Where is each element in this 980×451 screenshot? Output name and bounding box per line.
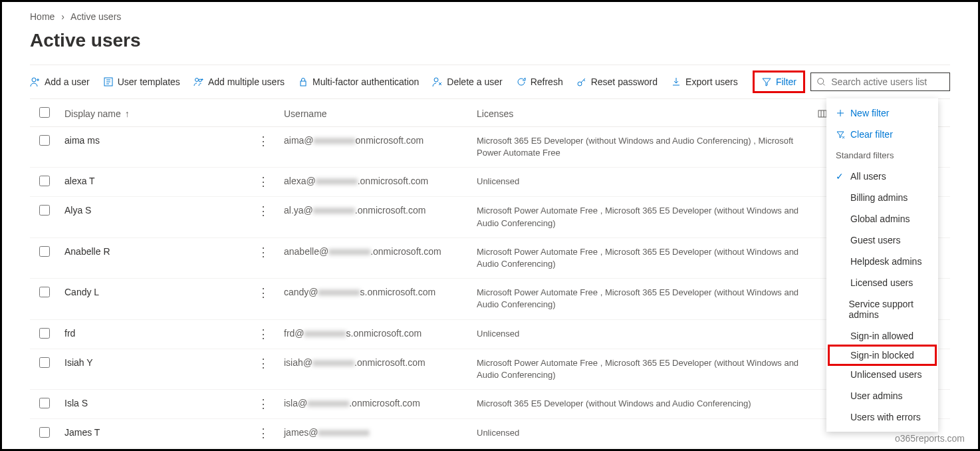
breadcrumb: Home › Active users	[30, 11, 950, 22]
filter-option[interactable]: Billing admins	[826, 187, 938, 208]
filter-option[interactable]: Guest users	[826, 229, 938, 251]
table-row[interactable]: alexa T⋮alexa@xxxxxxxxx.onmicrosoft.comU…	[30, 168, 950, 197]
table-row[interactable]: Alya S⋮al.ya@xxxxxxxxx.onmicrosoft.comMi…	[30, 197, 950, 237]
add-user-button[interactable]: Add a user	[30, 76, 90, 87]
user-templates-button[interactable]: User templates	[103, 76, 180, 87]
more-actions-button[interactable]: ⋮	[257, 327, 269, 341]
new-filter-button[interactable]: New filter	[826, 102, 938, 124]
row-checkbox[interactable]	[39, 287, 50, 297]
page-title: Active users	[30, 30, 950, 51]
sort-asc-icon: ↑	[125, 108, 130, 119]
table-row[interactable]: Candy L⋮candy@xxxxxxxxxs.onmicrosoft.com…	[30, 279, 950, 319]
row-checkbox[interactable]	[39, 398, 50, 408]
licenses-cell: Microsoft 365 E5 Developer (without Wind…	[477, 398, 817, 410]
row-checkbox[interactable]	[39, 246, 50, 257]
username-cell: al.ya@xxxxxxxxx.onmicrosoft.com	[284, 205, 477, 216]
more-actions-button[interactable]: ⋮	[257, 426, 269, 440]
table-row[interactable]: frd⋮frd@xxxxxxxxxs.onmicrosoft.comUnlice…	[30, 320, 950, 349]
filter-option[interactable]: Global admins	[826, 208, 938, 229]
licenses-cell: Microsoft 365 E5 Developer (without Wind…	[477, 135, 817, 159]
more-actions-button[interactable]: ⋮	[257, 175, 269, 188]
delete-user-button[interactable]: Delete a user	[432, 76, 502, 87]
table-row[interactable]: Anabelle R⋮anabelle@xxxxxxxxx.onmicrosof…	[30, 238, 950, 279]
watermark: o365reports.com	[895, 433, 965, 444]
filter-option[interactable]: Helpdesk admins	[826, 251, 938, 272]
row-checkbox[interactable]	[39, 427, 50, 438]
check-icon: ✓	[836, 171, 845, 182]
clear-filter-button[interactable]: Clear filter	[826, 124, 938, 145]
row-checkbox[interactable]	[39, 135, 50, 146]
svg-point-3	[199, 79, 201, 82]
table-row[interactable]: Isiah Y⋮isiah@xxxxxxxxx.onmicrosoft.comM…	[30, 349, 950, 390]
filter-clear-icon	[836, 130, 845, 139]
display-name-cell: Isiah Y	[64, 357, 257, 368]
row-checkbox[interactable]	[39, 357, 50, 368]
people-plus-icon	[193, 76, 204, 87]
col-username[interactable]: Username	[284, 108, 477, 119]
row-checkbox[interactable]	[39, 205, 50, 216]
display-name-cell: Anabelle R	[64, 246, 257, 257]
table-row[interactable]: Johanna K⋮johanna@xxxxxxxxxs.onmicrosoft…	[30, 448, 950, 451]
refresh-icon	[516, 76, 527, 87]
breadcrumb-home[interactable]: Home	[30, 11, 55, 22]
col-display-name[interactable]: Display name↑	[64, 108, 257, 119]
username-cell: anabelle@xxxxxxxxx.onmicrosoft.com	[284, 246, 477, 257]
display-name-cell: alexa T	[64, 176, 257, 186]
table-row[interactable]: Isla S⋮isla@xxxxxxxxx.onmicrosoft.comMic…	[30, 390, 950, 419]
row-checkbox[interactable]	[39, 176, 50, 186]
filter-option[interactable]: Service support admins	[826, 293, 938, 325]
col-licenses[interactable]: Licenses	[477, 108, 817, 119]
table-row[interactable]: James T⋮james@xxxxxxxxxxxUnlicensed	[30, 419, 950, 448]
filter-option[interactable]: Unlicensed users	[826, 364, 938, 385]
refresh-label: Refresh	[531, 76, 563, 87]
standard-filters-header: Standard filters	[826, 145, 938, 166]
display-name-cell: James T	[64, 427, 257, 438]
add-multiple-users-button[interactable]: Add multiple users	[193, 76, 285, 87]
reset-password-label: Reset password	[591, 76, 658, 87]
table-body: aima ms⋮aima@xxxxxxxxxonmicrosoft.comMic…	[30, 127, 950, 451]
more-actions-button[interactable]: ⋮	[257, 357, 269, 370]
command-bar: Add a user User templates Add multiple u…	[30, 65, 950, 99]
filter-button[interactable]: Filter	[753, 71, 805, 93]
username-cell: candy@xxxxxxxxxs.onmicrosoft.com	[284, 287, 477, 297]
svg-rect-4	[301, 81, 306, 86]
filter-dropdown: New filter Clear filter Standard filters…	[826, 98, 938, 432]
filter-option[interactable]: Sign-in blocked	[828, 345, 937, 366]
svg-point-0	[32, 78, 36, 82]
download-icon	[671, 76, 681, 87]
filter-option[interactable]: User admins	[826, 385, 938, 406]
filter-label: Filter	[776, 76, 796, 87]
filter-icon	[761, 76, 772, 87]
add-multiple-label: Add multiple users	[208, 76, 285, 87]
svg-point-5	[434, 78, 438, 82]
mfa-button[interactable]: Multi-factor authentication	[298, 76, 419, 87]
display-name-cell: frd	[64, 328, 257, 339]
user-templates-label: User templates	[118, 76, 180, 87]
username-cell: isla@xxxxxxxxx.onmicrosoft.com	[284, 398, 477, 408]
reset-password-button[interactable]: Reset password	[576, 76, 658, 87]
lock-icon	[298, 76, 308, 87]
search-input[interactable]	[830, 76, 944, 88]
row-checkbox[interactable]	[39, 328, 50, 339]
licenses-cell: Unlicensed	[477, 328, 817, 340]
username-cell: frd@xxxxxxxxxs.onmicrosoft.com	[284, 328, 477, 339]
more-actions-button[interactable]: ⋮	[257, 286, 269, 299]
refresh-button[interactable]: Refresh	[516, 76, 563, 87]
more-actions-button[interactable]: ⋮	[257, 245, 269, 259]
templates-icon	[103, 76, 114, 87]
filter-option[interactable]: Sign-in allowed	[826, 325, 938, 347]
plus-icon	[836, 108, 845, 118]
key-icon	[576, 76, 587, 87]
svg-point-2	[195, 78, 198, 82]
filter-option[interactable]: Users with errors	[826, 406, 938, 428]
filter-option[interactable]: Licensed users	[826, 272, 938, 293]
search-wrapper	[810, 73, 950, 91]
select-all-checkbox[interactable]	[39, 107, 50, 118]
export-users-button[interactable]: Export users	[671, 76, 738, 87]
filter-option[interactable]: ✓All users	[826, 166, 938, 187]
table-row[interactable]: aima ms⋮aima@xxxxxxxxxonmicrosoft.comMic…	[30, 127, 950, 168]
export-label: Export users	[685, 76, 738, 87]
more-actions-button[interactable]: ⋮	[257, 204, 269, 218]
more-actions-button[interactable]: ⋮	[257, 134, 269, 148]
more-actions-button[interactable]: ⋮	[257, 397, 269, 410]
